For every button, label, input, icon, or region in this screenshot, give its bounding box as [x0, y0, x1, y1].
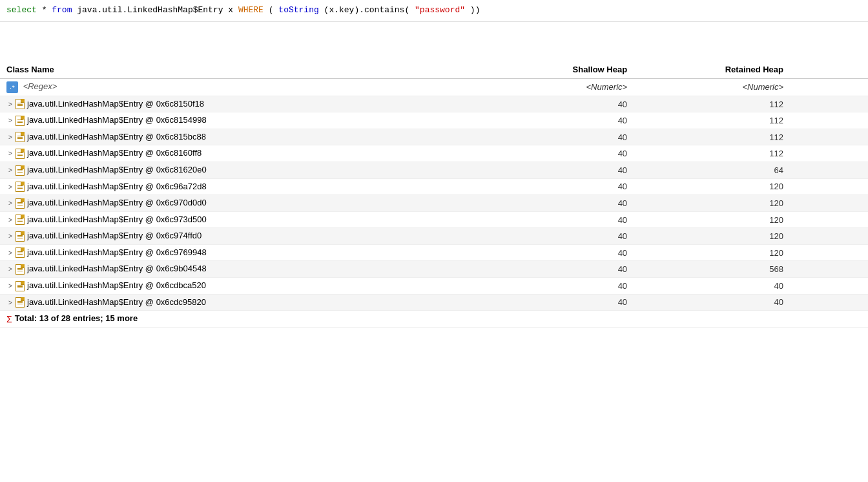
- retained-heap-cell: 120: [634, 178, 790, 195]
- expand-button[interactable]: >: [6, 117, 14, 125]
- file-icon: [16, 264, 25, 275]
- total-label-cell: ΣTotal: 13 of 28 entries; 15 more: [0, 311, 477, 328]
- class-name-text: java.util.LinkedHashMap$Entry @ 0x6c9769…: [27, 247, 207, 257]
- total-text: Total: 13 of 28 entries; 15 more: [15, 313, 138, 323]
- query-class-name: java.util.LinkedHashMap$Entry x: [77, 5, 238, 15]
- extra-cell: [790, 277, 868, 294]
- retained-heap-cell: 120: [634, 211, 790, 228]
- class-name-cell: >java.util.LinkedHashMap$Entry @ 0x6c815…: [0, 96, 477, 112]
- extra-cell: [790, 145, 868, 162]
- class-name-text: java.util.LinkedHashMap$Entry @ 0x6c8154…: [27, 115, 207, 125]
- results-table-container: Class Name Shallow Heap Retained Heap .*…: [0, 61, 868, 328]
- class-name-text: java.util.LinkedHashMap$Entry @ 0x6c974f…: [27, 231, 202, 240]
- query-where-keyword: WHERE: [238, 5, 264, 15]
- expand-button[interactable]: >: [6, 183, 14, 191]
- results-table: Class Name Shallow Heap Retained Heap .*…: [0, 61, 868, 328]
- class-name-text: java.util.LinkedHashMap$Entry @ 0x6c8160…: [27, 148, 202, 158]
- retained-heap-cell: 40: [634, 294, 790, 311]
- table-row: >java.util.LinkedHashMap$Entry @ 0x6c815…: [0, 112, 868, 129]
- table-row: >java.util.LinkedHashMap$Entry @ 0x6c96a…: [0, 178, 868, 195]
- table-header-row: Class Name Shallow Heap Retained Heap: [0, 61, 868, 79]
- query-tostring-method: toString: [278, 5, 318, 15]
- expand-button[interactable]: >: [6, 200, 14, 207]
- extra-cell: [790, 244, 868, 261]
- extra-cell: [790, 162, 868, 179]
- class-name-text: java.util.LinkedHashMap$Entry @ 0x6c96a7…: [27, 182, 207, 191]
- retained-heap-cell: 112: [634, 112, 790, 129]
- class-name-cell: >java.util.LinkedHashMap$Entry @ 0x6c974…: [0, 228, 477, 245]
- query-spacer: [0, 22, 868, 61]
- class-name-cell: >java.util.LinkedHashMap$Entry @ 0x6cdc9…: [0, 294, 477, 311]
- retained-heap-cell: 120: [634, 195, 790, 212]
- class-name-text: java.util.LinkedHashMap$Entry @ 0x6c8162…: [27, 165, 207, 174]
- shallow-heap-cell: 40: [477, 178, 634, 195]
- expand-button[interactable]: >: [6, 282, 14, 290]
- query-close-parens: )): [470, 5, 480, 15]
- class-name-text: java.util.LinkedHashMap$Entry @ 0x6c8150…: [27, 99, 204, 109]
- shallow-heap-cell: 40: [477, 129, 634, 145]
- expand-button[interactable]: >: [6, 134, 14, 141]
- table-row: >java.util.LinkedHashMap$Entry @ 0x6cdbc…: [0, 277, 868, 294]
- class-name-text: java.util.LinkedHashMap$Entry @ 0x6c815b…: [27, 132, 206, 141]
- sigma-icon: Σ: [6, 314, 12, 324]
- class-name-text: java.util.LinkedHashMap$Entry @ 0x6c970d…: [27, 198, 207, 207]
- extra-cell: [790, 178, 868, 195]
- query-from-keyword: from: [52, 5, 72, 15]
- extra-cell: [790, 228, 868, 245]
- class-name-text: java.util.LinkedHashMap$Entry @ 0x6c9b04…: [27, 264, 207, 273]
- extra-cell: [790, 294, 868, 311]
- file-icon: [16, 132, 25, 142]
- retained-heap-cell: 112: [634, 145, 790, 162]
- total-shallow-cell: [477, 311, 634, 328]
- shallow-heap-cell: 40: [477, 244, 634, 261]
- file-icon: [16, 165, 25, 176]
- expand-button[interactable]: >: [6, 299, 14, 307]
- total-retained-cell: [634, 311, 790, 328]
- class-name-cell: >java.util.LinkedHashMap$Entry @ 0x6c96a…: [0, 178, 477, 195]
- file-icon: [16, 231, 25, 242]
- class-name-cell: >java.util.LinkedHashMap$Entry @ 0x6c970…: [0, 195, 477, 212]
- class-name-cell: >java.util.LinkedHashMap$Entry @ 0x6c9b0…: [0, 261, 477, 278]
- expand-button[interactable]: >: [6, 216, 14, 224]
- retained-heap-cell: 120: [634, 228, 790, 245]
- file-icon: [16, 297, 25, 308]
- expand-button[interactable]: >: [6, 150, 14, 158]
- regex-class-label: <Regex>: [23, 81, 57, 91]
- regex-class-cell: .* <Regex>: [0, 78, 477, 96]
- regex-filter-row: .* <Regex> <Numeric> <Numeric>: [0, 78, 868, 96]
- regex-extra-cell: [790, 78, 868, 96]
- class-name-cell: >java.util.LinkedHashMap$Entry @ 0x6c816…: [0, 162, 477, 179]
- expand-button[interactable]: >: [6, 167, 14, 174]
- expand-button[interactable]: >: [6, 266, 14, 273]
- expand-button[interactable]: >: [6, 233, 14, 240]
- file-icon: [16, 281, 25, 291]
- shallow-heap-cell: 40: [477, 145, 634, 162]
- retained-heap-cell: 568: [634, 261, 790, 278]
- table-row: >java.util.LinkedHashMap$Entry @ 0x6c974…: [0, 228, 868, 245]
- extra-cell: [790, 129, 868, 145]
- shallow-heap-cell: 40: [477, 277, 634, 294]
- shallow-heap-cell: 40: [477, 112, 634, 129]
- class-name-cell: >java.util.LinkedHashMap$Entry @ 0x6c815…: [0, 129, 477, 145]
- class-name-cell: >java.util.LinkedHashMap$Entry @ 0x6c815…: [0, 112, 477, 129]
- extra-cell: [790, 211, 868, 228]
- header-retained-heap: Retained Heap: [634, 61, 790, 79]
- table-row: >java.util.LinkedHashMap$Entry @ 0x6c973…: [0, 211, 868, 228]
- header-class-name: Class Name: [0, 61, 477, 79]
- table-row: >java.util.LinkedHashMap$Entry @ 0x6c970…: [0, 195, 868, 212]
- header-extra: [790, 61, 868, 79]
- shallow-heap-cell: 40: [477, 228, 634, 245]
- expand-button[interactable]: >: [6, 101, 14, 109]
- class-name-cell: >java.util.LinkedHashMap$Entry @ 0x6cdbc…: [0, 277, 477, 294]
- shallow-heap-cell: 40: [477, 211, 634, 228]
- retained-heap-cell: 120: [634, 244, 790, 261]
- expand-button[interactable]: >: [6, 249, 14, 257]
- file-icon: [16, 149, 25, 159]
- table-row: >java.util.LinkedHashMap$Entry @ 0x6c815…: [0, 96, 868, 112]
- retained-heap-cell: 112: [634, 96, 790, 112]
- query-select-keyword: select: [6, 5, 37, 15]
- query-bar: select * from java.util.LinkedHashMap$En…: [0, 0, 868, 22]
- regex-retained-cell: <Numeric>: [634, 78, 790, 96]
- total-row: ΣTotal: 13 of 28 entries; 15 more: [0, 311, 868, 328]
- extra-cell: [790, 112, 868, 129]
